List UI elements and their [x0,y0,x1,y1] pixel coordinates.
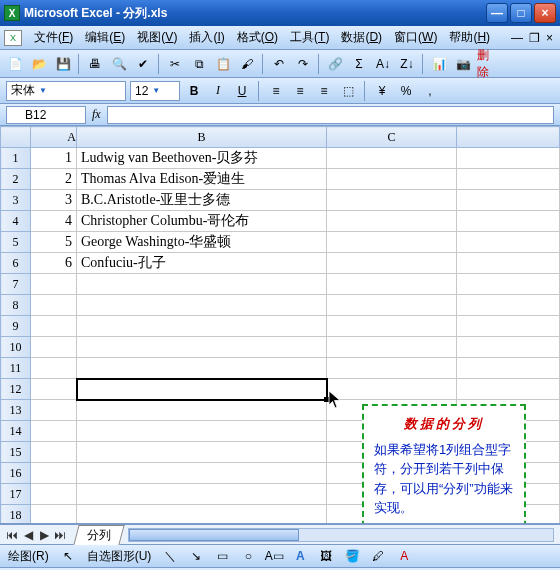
row-header[interactable]: 6 [1,253,31,274]
cell[interactable] [77,505,327,525]
save-icon[interactable]: 💾 [52,53,74,75]
cell[interactable] [77,463,327,484]
italic-button[interactable]: I [208,81,228,101]
maximize-button[interactable]: □ [510,3,532,23]
paste-icon[interactable]: 📋 [212,53,234,75]
cell[interactable] [31,337,77,358]
undo-icon[interactable]: ↶ [268,53,290,75]
row-header[interactable]: 11 [1,358,31,379]
cell[interactable] [31,379,77,400]
menu-item[interactable]: 格式(O) [231,27,284,48]
row-header[interactable]: 4 [1,211,31,232]
delete-icon[interactable]: 删除 [476,53,498,75]
font-name-combo[interactable]: 宋体 ▼ [6,81,126,101]
cell[interactable] [31,358,77,379]
doc-minimize-button[interactable]: — [508,31,526,45]
autosum-icon[interactable]: Σ [348,53,370,75]
row-header[interactable]: 3 [1,190,31,211]
align-center-button[interactable]: ≡ [290,81,310,101]
row-header[interactable]: 16 [1,463,31,484]
tab-last-icon[interactable]: ⏭ [52,528,68,542]
cell[interactable]: 4 [31,211,77,232]
new-icon[interactable]: 📄 [4,53,26,75]
row-header[interactable]: 17 [1,484,31,505]
row-header[interactable]: 12 [1,379,31,400]
draw-menu[interactable]: 绘图(R) [4,548,53,565]
close-button[interactable]: × [534,3,556,23]
cell[interactable] [327,253,457,274]
chart-icon[interactable]: 📊 [428,53,450,75]
cell[interactable] [77,316,327,337]
cell[interactable]: 5 [31,232,77,253]
cell[interactable]: 1 [31,148,77,169]
cell[interactable] [457,190,560,211]
menu-item[interactable]: 帮助(H) [443,27,496,48]
menu-item[interactable]: 编辑(E) [79,27,131,48]
cell[interactable] [77,295,327,316]
cell[interactable] [327,358,457,379]
cell[interactable]: Thomas Alva Edison-爱迪生 [77,169,327,190]
spell-icon[interactable]: ✔ [132,53,154,75]
sheet-tab[interactable]: 分列 [73,525,124,545]
cell[interactable] [327,337,457,358]
select-all-corner[interactable] [1,127,31,148]
cell[interactable]: Christopher Columbu-哥伦布 [77,211,327,232]
cell[interactable] [457,316,560,337]
cell[interactable] [77,421,327,442]
tab-first-icon[interactable]: ⏮ [4,528,20,542]
col-header-blank[interactable] [457,127,560,148]
cell[interactable] [327,379,457,400]
menu-item[interactable]: 视图(V) [131,27,183,48]
row-header[interactable]: 9 [1,316,31,337]
row-header[interactable]: 18 [1,505,31,525]
underline-button[interactable]: U [232,81,252,101]
menu-item[interactable]: 窗口(W) [388,27,443,48]
cell[interactable] [31,442,77,463]
tab-prev-icon[interactable]: ◀ [20,528,36,542]
cell[interactable] [457,211,560,232]
format-painter-icon[interactable]: 🖌 [236,53,258,75]
preview-icon[interactable]: 🔍 [108,53,130,75]
row-header[interactable]: 13 [1,400,31,421]
menu-item[interactable]: 文件(F) [28,27,79,48]
cell[interactable] [327,211,457,232]
select-objects-icon[interactable]: ↖ [57,545,79,567]
align-left-button[interactable]: ≡ [266,81,286,101]
cell[interactable] [77,358,327,379]
cell[interactable]: 2 [31,169,77,190]
line-icon[interactable]: ＼ [159,545,181,567]
cell[interactable] [31,421,77,442]
cell[interactable] [457,274,560,295]
rectangle-icon[interactable]: ▭ [211,545,233,567]
scrollbar-thumb[interactable] [129,529,299,541]
cell[interactable] [457,232,560,253]
doc-restore-button[interactable]: ❐ [526,31,543,45]
cell[interactable] [327,232,457,253]
cell[interactable] [31,484,77,505]
autoshapes-menu[interactable]: 自选图形(U) [83,548,156,565]
fill-color-icon[interactable]: 🪣 [341,545,363,567]
cell[interactable]: 6 [31,253,77,274]
menu-item[interactable]: 工具(T) [284,27,335,48]
sort-asc-icon[interactable]: A↓ [372,53,394,75]
row-header[interactable]: 14 [1,421,31,442]
redo-icon[interactable]: ↷ [292,53,314,75]
row-header[interactable]: 8 [1,295,31,316]
cell[interactable]: George Washingto-华盛顿 [77,232,327,253]
camera-icon[interactable]: 📷 [452,53,474,75]
cell[interactable] [31,295,77,316]
cell[interactable] [77,484,327,505]
cell[interactable] [457,379,560,400]
row-header[interactable]: 1 [1,148,31,169]
cell[interactable] [327,169,457,190]
col-header-a[interactable]: A [31,127,77,148]
tab-next-icon[interactable]: ▶ [36,528,52,542]
cell[interactable] [327,295,457,316]
horizontal-scrollbar[interactable] [128,528,554,542]
cell[interactable] [457,337,560,358]
cell[interactable] [77,442,327,463]
open-icon[interactable]: 📂 [28,53,50,75]
cut-icon[interactable]: ✂ [164,53,186,75]
cell[interactable] [31,274,77,295]
print-icon[interactable]: 🖶 [84,53,106,75]
